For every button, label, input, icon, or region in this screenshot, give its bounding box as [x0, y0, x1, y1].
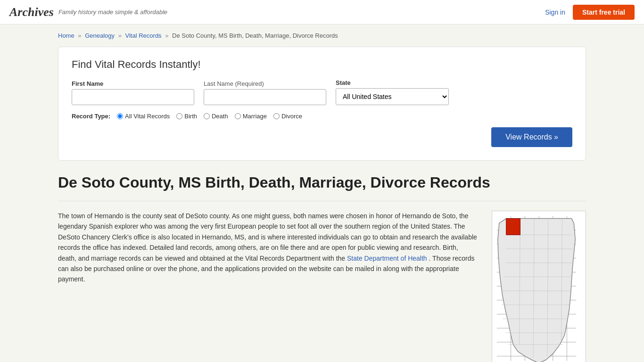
- radio-birth[interactable]: Birth: [176, 113, 197, 120]
- first-name-input[interactable]: [72, 89, 194, 105]
- last-name-group: Last Name (Required): [204, 80, 326, 105]
- breadcrumb-sep-3: »: [165, 32, 168, 39]
- radio-marriage[interactable]: Marriage: [235, 113, 267, 120]
- first-name-group: First Name: [72, 80, 194, 105]
- breadcrumb-home[interactable]: Home: [58, 32, 74, 39]
- content-paragraph-1: The town of Hernando is the county seat …: [58, 211, 478, 285]
- radio-death-input[interactable]: [204, 113, 210, 119]
- radio-all-vital-input[interactable]: [117, 113, 123, 119]
- radio-birth-input[interactable]: [176, 113, 182, 119]
- svg-rect-28: [506, 219, 520, 235]
- first-name-label: First Name: [72, 80, 194, 87]
- header-right: Sign in Start free trial: [545, 5, 635, 20]
- radio-divorce-input[interactable]: [273, 113, 280, 119]
- page-title: De Soto County, MS Birth, Death, Marriag…: [58, 174, 586, 191]
- radio-all-vital[interactable]: All Vital Records: [117, 113, 170, 120]
- header: Archives Family history made simple & af…: [0, 0, 644, 25]
- last-name-input[interactable]: [204, 89, 326, 105]
- mississippi-map: [492, 211, 586, 362]
- state-group: State All United States: [336, 79, 449, 105]
- search-fields-row: First Name Last Name (Required) State Al…: [72, 79, 572, 105]
- record-type-row: Record Type: All Vital Records Birth Dea…: [72, 113, 572, 120]
- archives-logo: Archives: [9, 5, 54, 19]
- view-records-button[interactable]: View Records »: [491, 127, 572, 147]
- state-select[interactable]: All United States: [336, 88, 449, 105]
- breadcrumb-genealogy[interactable]: Genealogy: [85, 32, 115, 39]
- last-name-label: Last Name (Required): [204, 80, 326, 87]
- start-trial-button[interactable]: Start free trial: [573, 5, 635, 20]
- search-box: Find Vital Records Instantly! First Name…: [58, 47, 586, 161]
- breadcrumb-sep-2: »: [118, 32, 122, 39]
- breadcrumb: Home » Genealogy » Vital Records » De So…: [58, 32, 586, 39]
- radio-marriage-input[interactable]: [235, 113, 241, 119]
- breadcrumb-current: De Soto County, MS Birth, Death, Marriag…: [172, 32, 338, 39]
- map-container: [492, 211, 586, 362]
- archives-tagline: Family history made simple & affordable: [58, 8, 167, 16]
- content-area: The town of Hernando is the county seat …: [58, 211, 586, 362]
- state-label: State: [336, 79, 449, 86]
- main-content: Home » Genealogy » Vital Records » De So…: [49, 25, 595, 362]
- search-btn-row: View Records »: [72, 127, 572, 147]
- state-dept-health-link[interactable]: State Department of Health: [347, 255, 427, 262]
- sign-in-link[interactable]: Sign in: [545, 8, 565, 16]
- search-title: Find Vital Records Instantly!: [72, 58, 572, 71]
- radio-group: All Vital Records Birth Death Marriage D…: [117, 113, 302, 120]
- breadcrumb-vital-records[interactable]: Vital Records: [125, 32, 162, 39]
- record-type-label: Record Type:: [72, 113, 110, 120]
- radio-death[interactable]: Death: [204, 113, 228, 120]
- radio-divorce[interactable]: Divorce: [273, 113, 302, 120]
- divider-1: [58, 201, 586, 201]
- header-left: Archives Family history made simple & af…: [9, 5, 167, 19]
- content-text: The town of Hernando is the county seat …: [58, 211, 478, 362]
- breadcrumb-sep-1: »: [78, 32, 81, 39]
